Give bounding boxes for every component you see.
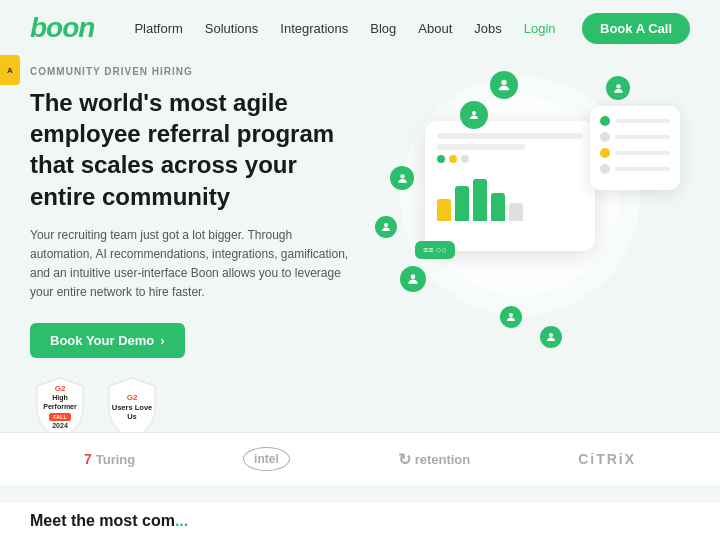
dot-grey [461,155,469,163]
rc-circle-3 [600,148,610,158]
avatar-node-3 [390,166,414,190]
badge-inner-1: G2 High Performer FALL 2024 [33,376,87,438]
left-accent-bar: A [0,55,20,85]
svg-point-0 [501,80,506,85]
g2-high-performer-badge: G2 High Performer FALL 2024 [30,376,90,438]
intel-label: intel [254,452,279,466]
dot-yellow [449,155,457,163]
nav-solutions[interactable]: Solutions [205,21,258,36]
hero-tagline: COMMUNITY DRIVEN HIRING [30,66,350,77]
book-demo-button[interactable]: Book Your Demo › [30,323,185,358]
g2-users-love-us-badge: G2 Users Love Us [102,376,162,438]
bar-3 [473,179,487,221]
rc-line-3 [615,151,670,155]
hero-illustration: ≡≡ ○○ [370,66,690,356]
partner-intel: intel [243,447,290,471]
citrix-label: CiTRiX [578,451,636,467]
rc-row-4 [600,164,670,174]
rc-row-1 [600,116,670,126]
badge-g2-logo-1: G2 [55,384,66,393]
avatar-node-4 [375,216,397,238]
badge-title-2: Users Love Us [109,403,155,421]
rc-circle-4 [600,164,610,174]
partners-strip: 7 Turing intel ↻ retention CiTRiX [0,432,720,485]
svg-point-2 [400,174,404,178]
partner-retention: ↻ retention [398,450,471,469]
svg-point-3 [384,223,388,227]
arrow-icon: › [160,333,164,348]
badge-shield-2: G2 Users Love Us [105,376,159,438]
partner-citrix: CiTRiX [578,451,636,467]
avatar-node-8 [540,326,562,348]
hero-description: Your recruiting team just got a lot bigg… [30,226,350,303]
rc-row-3 [600,148,670,158]
book-call-button[interactable]: Book A Call [582,13,690,44]
dash-line-2 [437,144,525,150]
badge-g2-logo-2: G2 [127,393,138,402]
bar-1 [437,199,451,221]
nav-about[interactable]: About [418,21,452,36]
dot-green [437,155,445,163]
partner-turing: 7 Turing [84,451,135,467]
right-mini-card [590,106,680,190]
bar-4 [491,193,505,221]
rc-circle-1 [600,116,610,126]
green-float-badge: ≡≡ ○○ [415,241,455,259]
badge-shield-1: G2 High Performer FALL 2024 [33,376,87,438]
nav-platform[interactable]: Platform [134,21,182,36]
nav-links: Platform Solutions Integrations Blog Abo… [134,21,582,36]
book-demo-label: Book Your Demo [50,333,154,348]
left-bar-icon: A [7,66,13,75]
avatar-node-6 [606,76,630,100]
avatar-node-7 [500,306,522,328]
bar-2 [455,186,469,221]
bottom-teaser-text: Meet the most com... [30,512,690,530]
badge-year-1: 2024 [52,422,68,429]
svg-point-5 [616,84,620,88]
bar-5 [509,203,523,221]
bottom-teaser-highlight: ... [175,512,188,529]
hero-title: The world's most agile employee referral… [30,87,350,212]
turing-label: Turing [96,452,135,467]
badges-row: G2 High Performer FALL 2024 G2 Users Lov… [30,376,350,438]
nav-jobs[interactable]: Jobs [474,21,501,36]
svg-point-7 [549,333,553,337]
hero-left: COMMUNITY DRIVEN HIRING The world's most… [30,66,370,438]
dashboard-card [425,121,595,251]
avatar-node-1 [490,71,518,99]
nav-integrations[interactable]: Integrations [280,21,348,36]
badge-season-1: FALL [49,413,71,421]
badge-title-1: High Performer [37,394,83,411]
badge-inner-2: G2 Users Love Us [105,376,159,438]
rc-circle-2 [600,132,610,142]
hero-section: COMMUNITY DRIVEN HIRING The world's most… [0,56,720,438]
dash-line-1 [437,133,583,139]
turing-number: 7 [84,451,92,467]
navbar: boon Platform Solutions Integrations Blo… [0,0,720,56]
rc-line-4 [615,167,670,171]
svg-point-4 [411,274,416,279]
dash-dots [437,155,583,163]
avatar-node-5 [400,266,426,292]
rc-row-2 [600,132,670,142]
retention-icon: ↻ [398,450,411,469]
svg-point-1 [472,111,476,115]
svg-point-6 [509,313,513,317]
bottom-teaser: Meet the most com... [0,501,720,540]
bar-chart [437,171,583,221]
rc-line-1 [615,119,670,123]
rc-line-2 [615,135,670,139]
nav-login[interactable]: Login [524,21,556,36]
avatar-node-2 [460,101,488,129]
brand-logo[interactable]: boon [30,12,94,44]
nav-blog[interactable]: Blog [370,21,396,36]
retention-label: retention [415,452,471,467]
